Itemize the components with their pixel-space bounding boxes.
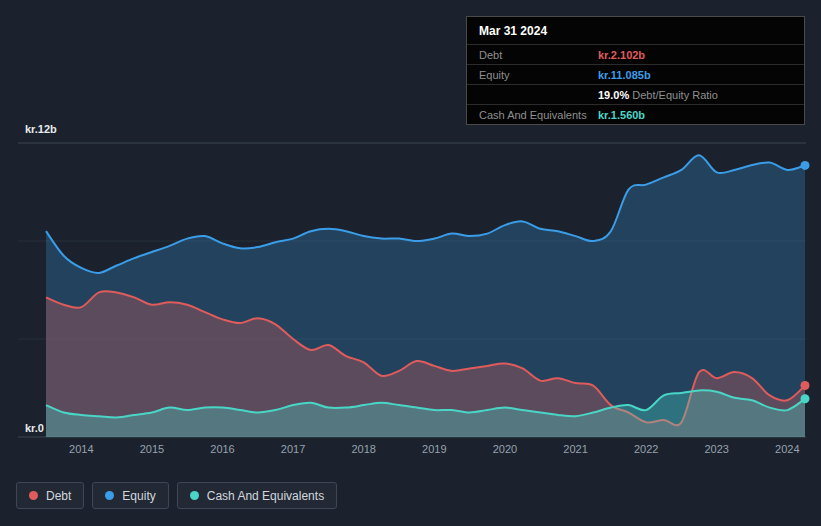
legend-item-cash[interactable]: Cash And Equivalents: [177, 482, 337, 509]
x-axis-tick-label: 2020: [493, 443, 517, 455]
tooltip-cash-label: Cash And Equivalents: [479, 109, 598, 121]
legend-cash-label: Cash And Equivalents: [207, 489, 324, 503]
chart-tooltip: Mar 31 2024 Debt kr.2.102b Equity kr.11.…: [466, 16, 805, 125]
tooltip-cash-row: Cash And Equivalents kr.1.560b: [467, 104, 804, 124]
chart-legend: Debt Equity Cash And Equivalents: [16, 482, 337, 509]
x-axis-tick-label: 2017: [281, 443, 305, 455]
legend-item-equity[interactable]: Equity: [92, 482, 168, 509]
tooltip-debt-row: Debt kr.2.102b: [467, 44, 804, 64]
y-axis-min-label: kr.0: [25, 422, 44, 434]
x-axis-tick-label: 2019: [422, 443, 446, 455]
cash-and-equivalents-end-marker: [801, 394, 810, 403]
tooltip-ratio-label: Debt/Equity Ratio: [632, 89, 718, 101]
x-axis-tick-label: 2015: [140, 443, 164, 455]
tooltip-cash-value: kr.1.560b: [598, 109, 645, 121]
tooltip-date: Mar 31 2024: [467, 17, 804, 44]
equity-end-marker: [801, 161, 810, 170]
legend-item-debt[interactable]: Debt: [16, 482, 84, 509]
tooltip-debt-label: Debt: [479, 49, 598, 61]
tooltip-equity-label: Equity: [479, 69, 598, 81]
equity-series-dot-icon: [105, 491, 114, 500]
tooltip-equity-row: Equity kr.11.085b: [467, 64, 804, 84]
x-axis-tick-label: 2023: [705, 443, 729, 455]
x-axis-tick-label: 2021: [563, 443, 587, 455]
tooltip-equity-value: kr.11.085b: [598, 69, 651, 81]
debt-end-marker: [801, 381, 810, 390]
x-axis-tick-label: 2024: [775, 443, 799, 455]
debt-equity-history-chart-panel: 2014201520162017201820192020202120222023…: [0, 0, 821, 526]
x-axis-tick-label: 2022: [634, 443, 658, 455]
debt-series-dot-icon: [29, 491, 38, 500]
cash-series-dot-icon: [190, 491, 199, 500]
y-axis-max-label: kr.12b: [25, 123, 57, 135]
tooltip-ratio-value-group: 19.0% Debt/Equity Ratio: [598, 89, 718, 101]
x-axis-tick-label: 2014: [69, 443, 93, 455]
x-axis-tick-label: 2018: [351, 443, 375, 455]
tooltip-ratio-value: 19.0%: [598, 89, 629, 101]
x-axis-tick-label: 2016: [210, 443, 234, 455]
tooltip-debt-value: kr.2.102b: [598, 49, 645, 61]
legend-equity-label: Equity: [122, 489, 155, 503]
tooltip-ratio-row: 19.0% Debt/Equity Ratio: [467, 84, 804, 104]
legend-debt-label: Debt: [46, 489, 71, 503]
